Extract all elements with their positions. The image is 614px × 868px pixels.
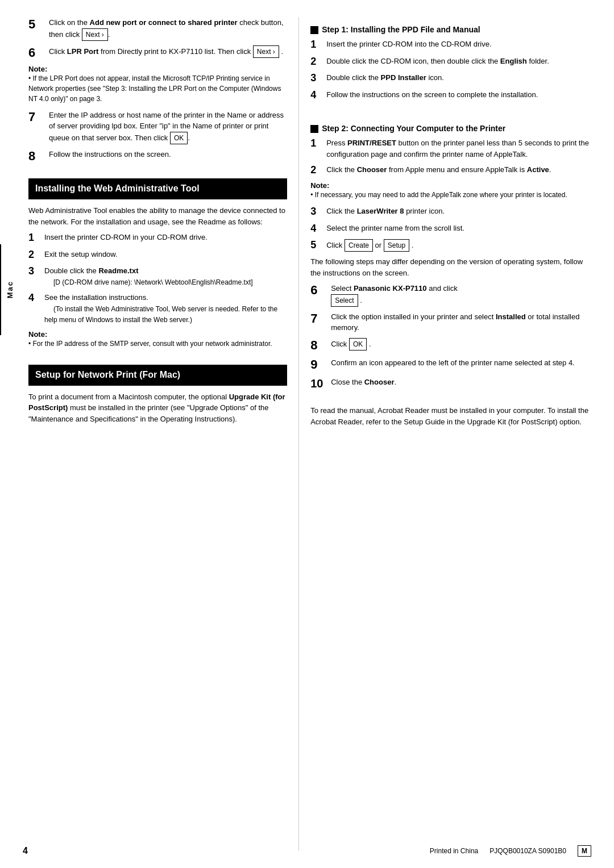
next-btn-2: Next › (253, 45, 279, 58)
web-admin-step-3-subtext: [D (CD-ROM drive name): \Network\ Webtoo… (53, 278, 253, 286)
page-number: 4 (23, 846, 28, 856)
section1-body: Web Administrative Tool enables the abil… (28, 205, 287, 227)
step-5-content: Click on the Add new port or connect to … (49, 17, 287, 41)
final-step-8: 8 Click OK . (310, 338, 591, 353)
page: Mac 5 Click on the Add new port or conne… (0, 0, 614, 868)
web-admin-step-3-number: 3 (28, 265, 44, 278)
ppd-step-2-content: Double click the CD-ROM icon, then doubl… (326, 56, 591, 67)
web-admin-step-3-content: Double click the Readme.txt [D (CD-ROM d… (44, 265, 287, 287)
connect-step-2: 2 Click the Chooser from Apple menu and … (310, 164, 591, 177)
final-step-9: 9 Confirm an icon appeared to the left o… (310, 357, 591, 372)
step1-heading: Step 1: Installing the PPD File and Manu… (310, 25, 591, 34)
ppd-step-1: 1 Insert the printer CD-ROM into the CD-… (310, 39, 591, 51)
connect-step-4-content: Select the printer name from the scroll … (326, 223, 591, 234)
final-step-6-number: 6 (310, 283, 331, 298)
footer-printed: Printed in China (430, 847, 478, 855)
ppd-step-4-number: 4 (310, 89, 326, 102)
web-admin-step-1-number: 1 (28, 232, 44, 244)
connect-step-3-number: 3 (310, 206, 326, 218)
ppd-step-2-number: 2 (310, 56, 326, 68)
side-tab-label: Mac (6, 281, 14, 298)
final-step-7-number: 7 (310, 311, 331, 326)
connect-step-1-number: 1 (310, 137, 326, 150)
footer-note: To read the manual, Acrobat Reader must … (310, 405, 591, 427)
note-1-text: • If the LPR Port does not appear, insta… (28, 73, 287, 104)
ok-btn-2: OK (349, 338, 367, 350)
step-5-number: 5 (28, 17, 49, 32)
note-2-label: Note: (28, 330, 287, 339)
step2-heading-text: Step 2: Connecting Your Computer to the … (322, 124, 505, 133)
ppd-step-2: 2 Double click the CD-ROM icon, then dou… (310, 56, 591, 68)
step-7-number: 7 (28, 110, 49, 124)
final-step-6: 6 Select Panasonic KX-P7110 and click Se… (310, 283, 591, 307)
connect-step-3-content: Click the LaserWriter 8 printer icon. (326, 206, 591, 217)
connect-step-1-content: Press PRINT/RESET button on the printer … (326, 137, 591, 160)
note-1: Note: • If the LPR Port does not appear,… (28, 65, 287, 104)
note-3: Note: • If necessary, you may need to ad… (310, 181, 591, 200)
ppd-step-4-content: Follow the instructions on the screen to… (326, 89, 591, 101)
web-admin-step-4-number: 4 (28, 292, 44, 304)
ppd-step-3-number: 3 (310, 72, 326, 85)
note-1-label: Note: (28, 65, 287, 73)
between-text: The following steps may differ depending… (310, 256, 591, 278)
web-admin-step-2: 2 Exit the setup window. (28, 249, 287, 261)
web-admin-step-3: 3 Double click the Readme.txt [D (CD-ROM… (28, 265, 287, 287)
page-footer: 4 Printed in China PJQQB0010ZA S0901B0 M (23, 845, 591, 857)
ok-btn-1: OK (170, 132, 188, 144)
ppd-step-3: 3 Double click the PPD Installer icon. (310, 72, 591, 85)
footer-right: Printed in China PJQQB0010ZA S0901B0 M (430, 845, 591, 857)
step-6-content: Click LPR Port from Directly print to KX… (49, 45, 287, 58)
create-btn: Create (345, 239, 373, 252)
note-3-label: Note: (310, 181, 591, 190)
ppd-step-1-number: 1 (310, 39, 326, 51)
left-column: 5 Click on the Add new port or connect t… (28, 17, 298, 851)
step-6-number: 6 (28, 45, 49, 60)
web-admin-step-2-number: 2 (28, 249, 44, 261)
final-step-10: 10 Close the Chooser. (310, 377, 591, 390)
setup-btn: Setup (384, 239, 409, 252)
web-admin-step-4-content: See the installation instructions. (To i… (44, 292, 287, 326)
next-btn-1: Next › (82, 28, 108, 41)
footer-code: PJQQB0010ZA S0901B0 (489, 847, 566, 855)
connect-step-5-content: Click Create or Setup . (326, 239, 591, 252)
final-step-6-content: Select Panasonic KX-P7110 and click Sele… (331, 283, 591, 307)
note-2: Note: • For the IP address of the SMTP s… (28, 330, 287, 349)
step-7-content: Enter the IP address or host name of the… (49, 110, 287, 144)
connect-step-2-number: 2 (310, 164, 326, 177)
step1-heading-text: Step 1: Installing the PPD File and Manu… (322, 25, 480, 34)
ppd-step-4: 4 Follow the instructions on the screen … (310, 89, 591, 102)
connect-step-4: 4 Select the printer name from the scrol… (310, 223, 591, 235)
final-step-8-number: 8 (310, 338, 331, 353)
black-square-2 (310, 125, 318, 133)
step-8-number: 8 (28, 149, 49, 164)
final-step-8-content: Click OK . (331, 338, 591, 350)
section2-body: To print a document from a Macintosh com… (28, 391, 287, 425)
final-step-10-content: Close the Chooser. (331, 377, 591, 388)
right-column: Step 1: Installing the PPD File and Manu… (298, 17, 591, 851)
final-step-10-number: 10 (310, 377, 331, 390)
final-step-9-content: Confirm an icon appeared to the left of … (331, 357, 591, 369)
connect-step-1: 1 Press PRINT/RESET button on the printe… (310, 137, 591, 160)
note-3-text: • If necessary, you may need to add the … (310, 190, 591, 200)
web-admin-step-1-content: Insert the printer CD-ROM in your CD-ROM… (44, 232, 287, 243)
final-step-7-content: Click the option installed in your print… (331, 311, 591, 333)
note-2-text: • For the IP address of the SMTP server,… (28, 339, 287, 349)
step-8: 8 Follow the instructions on the screen. (28, 149, 287, 164)
ppd-step-3-content: Double click the PPD Installer icon. (326, 72, 591, 84)
footer-box: M (578, 845, 591, 857)
final-step-9-number: 9 (310, 357, 331, 372)
web-admin-step-4-subtext: (To install the Web Administrative Tool,… (44, 305, 277, 324)
step-6: 6 Click LPR Port from Directly print to … (28, 45, 287, 60)
step-5: 5 Click on the Add new port or connect t… (28, 17, 287, 41)
web-admin-step-4: 4 See the installation instructions. (To… (28, 292, 287, 326)
section-network-print-heading: Setup for Network Print (For Mac) (28, 365, 287, 386)
ppd-step-1-content: Insert the printer CD-ROM into the CD-RO… (326, 39, 591, 50)
section1-heading-text: Installing the Web Administrative Tool (35, 183, 200, 193)
black-square-1 (310, 26, 318, 34)
main-content: 5 Click on the Add new port or connect t… (0, 0, 614, 868)
final-step-7: 7 Click the option installed in your pri… (310, 311, 591, 333)
step-7: 7 Enter the IP address or host name of t… (28, 110, 287, 144)
step-8-content: Follow the instructions on the screen. (49, 149, 287, 160)
side-tab: Mac (0, 244, 18, 335)
select-btn: Select (331, 294, 358, 307)
